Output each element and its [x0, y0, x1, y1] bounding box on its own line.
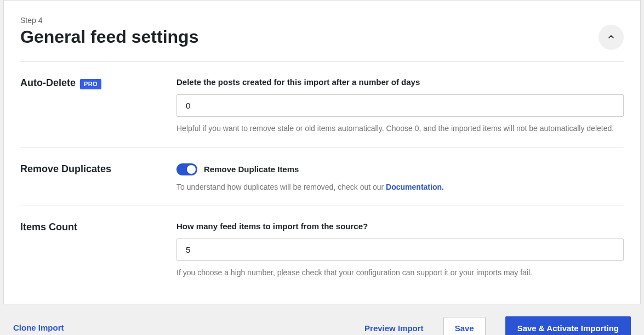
row-label-remove-duplicates: Remove Duplicates [20, 163, 176, 193]
auto-delete-input[interactable] [176, 94, 624, 117]
remove-duplicates-toggle[interactable] [176, 163, 197, 175]
preview-import-button[interactable]: Preview Import [364, 323, 424, 333]
footer-bar: Clone Import Preview Import Save Save & … [0, 304, 644, 335]
chevron-up-icon [607, 32, 615, 43]
label-items-count: Items Count [20, 222, 77, 233]
clone-import-link[interactable]: Clone Import [13, 323, 64, 332]
row-items-count: Items Count How many feed items to impor… [20, 206, 624, 292]
settings-panel: Step 4 General feed settings Auto-Delete… [3, 0, 641, 304]
save-activate-button[interactable]: Save & Activate Importing [505, 316, 631, 335]
footer-right: Preview Import Save Save & Activate Impo… [364, 316, 631, 335]
row-body-items-count: How many feed items to import from the s… [176, 222, 624, 279]
row-body-remove-duplicates: Remove Duplicate Items To understand how… [176, 163, 624, 193]
help-auto-delete: Helpful if you want to remove stale or o… [176, 123, 624, 134]
row-body-auto-delete: Delete the posts created for this import… [176, 77, 624, 134]
field-label-auto-delete: Delete the posts created for this import… [176, 77, 624, 87]
label-remove-duplicates: Remove Duplicates [20, 163, 111, 175]
items-count-input[interactable] [176, 239, 624, 261]
row-remove-duplicates: Remove Duplicates Remove Duplicate Items… [20, 147, 624, 206]
pro-badge: PRO [80, 79, 101, 89]
help-remove-duplicates: To understand how duplicates will be rem… [176, 182, 624, 193]
field-label-items-count: How many feed items to import from the s… [176, 222, 624, 231]
documentation-link[interactable]: Documentation. [386, 183, 444, 191]
step-label: Step 4 [20, 16, 624, 25]
row-label-items-count: Items Count [20, 222, 176, 279]
toggle-label-remove-duplicates: Remove Duplicate Items [204, 164, 299, 174]
help-remove-duplicates-text: To understand how duplicates will be rem… [176, 183, 386, 191]
row-label-auto-delete: Auto-Delete PRO [20, 77, 176, 134]
help-items-count: If you choose a high number, please chec… [176, 268, 624, 279]
label-auto-delete: Auto-Delete [20, 77, 76, 89]
footer-left: Clone Import [13, 323, 64, 333]
row-auto-delete: Auto-Delete PRO Delete the posts created… [20, 61, 624, 147]
save-button[interactable]: Save [443, 317, 486, 335]
panel-title: General feed settings [20, 27, 624, 47]
collapse-button[interactable] [599, 25, 624, 50]
